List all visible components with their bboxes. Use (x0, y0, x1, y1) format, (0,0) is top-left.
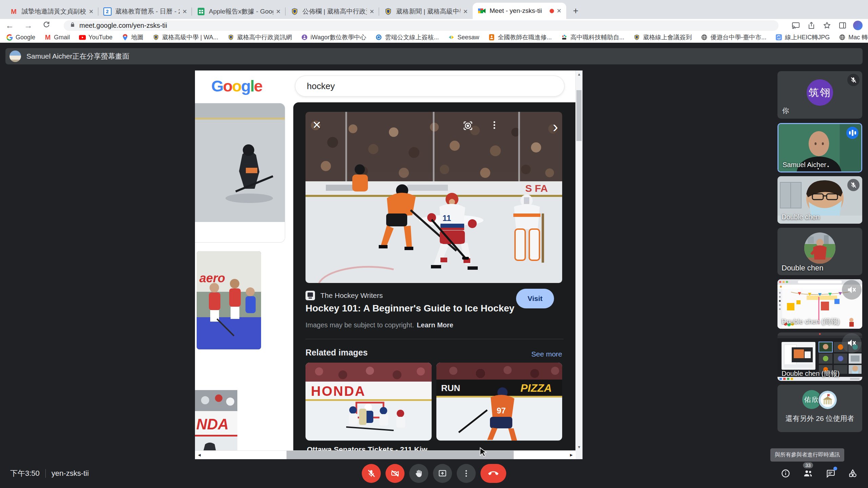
learn-more-link[interactable]: Learn More (417, 321, 453, 329)
maps-pin-icon (122, 34, 129, 41)
present-screen-button[interactable] (433, 464, 452, 483)
participant-tile-self[interactable]: 筑翎 你 (777, 71, 862, 119)
see-more-link[interactable]: See more (531, 350, 562, 358)
mic-toggle-button[interactable] (362, 464, 381, 483)
school-crest-icon (384, 7, 392, 16)
tab-sheets[interactable]: Apple報告x數據 - Google 試算表 ✕ (192, 4, 285, 19)
related-image-pizza[interactable]: RUN PIZZA 97 (436, 363, 562, 441)
visit-button[interactable]: Visit (516, 289, 554, 308)
tab-meet-active[interactable]: Meet - yen-zsks-tii ✕ (473, 3, 566, 19)
bookmark-maps[interactable]: 地圖 (122, 33, 143, 41)
lens-icon[interactable] (462, 120, 474, 133)
chat-icon[interactable] (825, 468, 836, 479)
scroll-up-arrow[interactable]: ▲ (576, 71, 583, 77)
tab-close-icon[interactable]: ✕ (89, 8, 94, 15)
bookmark-iwagor[interactable]: iWagor數位教學中心 (301, 33, 366, 41)
svg-text:PIZZA: PIZZA (520, 382, 552, 394)
overflow-participants-tile[interactable]: 佑欣 還有另外 26 位使用者 (777, 385, 862, 432)
leave-call-button[interactable] (480, 464, 506, 483)
search-input[interactable]: hockey (295, 76, 565, 97)
image-result-title[interactable]: Hockey 101: A Beginner's Guide to Ice Ho… (305, 303, 514, 314)
bookmark-youtube[interactable]: YouTube (79, 34, 113, 41)
bookmark-cloud-doc[interactable]: 雲端公文線上簽核... (375, 33, 439, 41)
scroll-down-arrow[interactable]: ▼ (576, 444, 583, 450)
bookmark-mac-jpg[interactable]: Mac 轉 JPG 全自動 (839, 33, 868, 41)
tab-close-icon[interactable]: ✕ (463, 8, 468, 15)
participant-name: Double chen (782, 264, 824, 272)
bookmark-gmail[interactable]: MGmail (44, 34, 70, 41)
meeting-details-icon[interactable] (780, 468, 791, 479)
new-tab-button[interactable]: + (570, 5, 582, 17)
reload-button[interactable] (43, 21, 50, 30)
result-thumbnail-card[interactable] (195, 103, 285, 243)
presentation-tile-whiteboard[interactable]: Double chen (簡報) (777, 279, 862, 329)
more-options-icon[interactable] (489, 120, 499, 131)
meet-footer: 下午3:50 yen-zsks-tii 33 (0, 459, 868, 488)
address-bar[interactable]: meet.google.com/yen-zsks-tii (64, 20, 778, 31)
calendar-icon: 2 (103, 7, 112, 16)
svg-text:RUN: RUN (441, 383, 460, 393)
tab-school-news[interactable]: 葳格新聞 | 葳格高級中學 ✕ (379, 4, 473, 19)
tab-close-icon[interactable]: ✕ (557, 7, 561, 15)
tab-close-icon[interactable]: ✕ (182, 8, 187, 15)
participants-icon[interactable]: 33 (802, 468, 814, 479)
camera-toggle-button[interactable] (386, 464, 405, 483)
vertical-scrollbar[interactable]: ▲ ▼ (575, 70, 583, 451)
bookmark-school-admin[interactable]: 葳格高中行政資訊網 (228, 33, 292, 41)
participants-count-badge: 33 (803, 462, 813, 468)
bookmark-teacher-training[interactable]: 全國教師在職進修... (488, 33, 552, 41)
presentation-muted-icon (842, 280, 862, 300)
side-panel-icon[interactable] (837, 20, 848, 30)
screen-share-banner: Samuel Aicher正在分享螢幕畫面 (5, 48, 863, 64)
participant-tile-double-chen-video[interactable]: Double chen (777, 176, 862, 224)
vertical-scrollbar-thumb[interactable] (576, 90, 581, 141)
bookmark-star-icon[interactable] (822, 20, 832, 30)
next-image-chevron[interactable]: › (553, 117, 558, 136)
url-text: meet.google.com/yen-zsks-tii (79, 22, 167, 29)
bookmark-school-site[interactable]: 葳格高級中學 | WA... (153, 33, 218, 41)
horizontal-scrollbar[interactable]: ◄ ► (195, 450, 576, 459)
bookmark-tech-assist[interactable]: 高中職科技輔助自... (561, 33, 624, 41)
bookmark-meeting-checkin[interactable]: 葳格線上會議簽到 (633, 33, 692, 41)
bookmark-google[interactable]: Google (6, 34, 35, 41)
chat-tooltip: 與所有參與者進行即時通訊 (770, 448, 844, 462)
profile-avatar[interactable] (853, 21, 863, 30)
close-icon[interactable]: ✕ (312, 119, 321, 131)
forward-button[interactable]: → (24, 21, 33, 30)
tab-school-board[interactable]: 公佈欄 | 葳格高中行政資訊網 ✕ (285, 4, 379, 19)
share-icon[interactable] (806, 20, 816, 30)
result-thumbnail-field-hockey[interactable]: aero (197, 251, 261, 349)
gmail-icon: M (44, 34, 51, 41)
more-options-button[interactable] (457, 464, 476, 483)
publisher-row[interactable]: The Hockey Writers (305, 291, 383, 300)
tab-title: Apple報告x數據 - Google 試算表 (209, 7, 273, 16)
school-crest-icon (290, 7, 299, 16)
related-images-heading: Related images (305, 348, 368, 358)
teacher-icon (488, 34, 495, 41)
meet-app: Samuel Aicher正在分享螢幕畫面 Google hockey (0, 43, 868, 488)
related-image-honda[interactable]: HONDA (305, 363, 432, 441)
raise-hand-button[interactable] (409, 464, 428, 483)
back-button[interactable]: ← (5, 21, 14, 30)
tab-close-icon[interactable]: ✕ (370, 8, 374, 15)
activities-icon[interactable] (847, 468, 859, 479)
recording-dot (550, 9, 554, 13)
tab-gmail-invite[interactable]: M 誠摯地邀請黃文貞副校長擔任「 ✕ (5, 4, 98, 19)
result-thumbnail-nda[interactable]: NDA (195, 390, 237, 459)
bookmark-taichung-learn[interactable]: 優遊台中學-臺中市... (701, 33, 766, 41)
participant-tile-double-chen-avatar[interactable]: Double chen (777, 228, 862, 275)
mic-muted-icon (847, 74, 860, 86)
participant-tile-samuel[interactable]: Samuel Aicher (777, 123, 862, 172)
cast-icon[interactable] (791, 20, 801, 30)
divider (45, 469, 46, 478)
google-logo: Google (211, 77, 262, 95)
scroll-left-arrow[interactable]: ◄ (196, 451, 203, 459)
scroll-right-arrow[interactable]: ► (568, 451, 575, 459)
bookmark-seesaw[interactable]: Seesaw (448, 34, 479, 41)
tab-calendar[interactable]: 2 葳格教育體系 - 日曆 - 2022年6 ✕ (98, 4, 192, 19)
presentation-tile-meet-window[interactable]: Double chen (簡報) (777, 332, 862, 381)
school-crest-icon (633, 34, 640, 41)
tab-close-icon[interactable]: ✕ (276, 8, 281, 15)
copyright-note: Images may be subject to copyright.Learn… (305, 321, 453, 329)
bookmark-heic-converter[interactable]: 線上HEIC轉JPG (775, 33, 830, 41)
